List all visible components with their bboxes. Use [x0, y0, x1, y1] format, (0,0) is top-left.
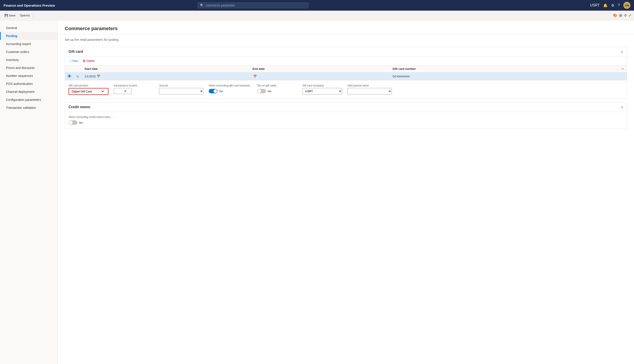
- void-journal-select[interactable]: [348, 88, 392, 94]
- bell-icon[interactable]: 🔔: [603, 3, 608, 8]
- sidebar-item-accounting-export[interactable]: Accounting export: [0, 40, 58, 48]
- allow-concluding-gift-card-label: Allow concluding gift card transacti...: [209, 84, 252, 87]
- void-journal-group: Void journal name: [348, 84, 392, 95]
- gift-card-product-select[interactable]: Digital Gift Card Physical Gift Card: [69, 88, 104, 94]
- page-header: Commerce parameters: [58, 20, 634, 34]
- sidebar-item-general[interactable]: General: [0, 24, 58, 32]
- credit-memo-title: Credit memo: [68, 105, 90, 109]
- collapse-button[interactable]: ∧: [621, 50, 623, 54]
- action-bar: 💾 Save Options 🎨 ⊞ ↺ ⤢: [0, 11, 634, 20]
- row-refresh-icon: ↻: [76, 75, 79, 78]
- sidebar-item-channel-deployment[interactable]: Channel deployment: [0, 88, 58, 96]
- transactions-to-print-input[interactable]: [114, 88, 132, 94]
- col-gift-card-number: Gift card number: [390, 66, 618, 72]
- sidebar-item-posting[interactable]: Posting: [0, 32, 58, 40]
- search-bar[interactable]: 🔍: [198, 2, 308, 8]
- tax-toggle-group: No: [257, 89, 297, 93]
- reload-icon[interactable]: ↺: [624, 13, 627, 18]
- palette-icon[interactable]: 🎨: [613, 13, 617, 18]
- credit-value: No: [79, 121, 83, 124]
- credit-toggle[interactable]: [68, 120, 78, 125]
- gift-card-panel: Gift card ∧ + New 🗑 Delete: [65, 47, 627, 99]
- credit-memo-form-fields: Allow concluding credit memo trans... No: [65, 112, 627, 128]
- end-calendar-icon[interactable]: 📅: [253, 75, 257, 78]
- col-start-date: Start date: [82, 66, 250, 72]
- gift-card-title: Gift card: [68, 50, 83, 54]
- gift-card-number-cell: GC########: [390, 72, 618, 80]
- end-date-cell: 📅: [252, 75, 387, 78]
- sidebar: General Posting Accounting export Custom…: [0, 20, 58, 364]
- col-radio: [65, 66, 74, 72]
- tax-on-gift-cards-group: Tax on gift cards No: [257, 84, 297, 95]
- sidebar-item-prices-and-discounts[interactable]: Prices and discounts: [0, 64, 58, 72]
- credit-memo-panel: Credit memo ∧ Allow concluding credit me…: [65, 102, 627, 128]
- allow-concluding-toggle-group: No: [209, 89, 252, 93]
- gift-card-header: Gift card ∧: [65, 47, 627, 56]
- user-name: USRT: [590, 3, 600, 7]
- sidebar-item-configuration-parameters[interactable]: Configuration parameters: [0, 96, 58, 104]
- sidebar-item-pos-authentication[interactable]: POS authentication: [0, 80, 58, 88]
- trash-icon: 🗑: [83, 59, 86, 62]
- journal-select[interactable]: [159, 88, 203, 94]
- journal-label: Journal: [159, 84, 203, 87]
- content-area: Commerce parameters Set up the retail pa…: [58, 20, 634, 364]
- search-input[interactable]: [206, 4, 306, 7]
- gift-card-form-fields: Gift card product Digital Gift Card Phys…: [65, 80, 627, 98]
- transactions-to-print-group: transactions to print: [114, 84, 154, 95]
- gift-card-product-label: Gift card product: [68, 84, 108, 87]
- col-end-date: End date: [250, 66, 390, 72]
- gift-card-company-label: Gift card company: [302, 84, 342, 87]
- allow-concluding-gift-card-group: Allow concluding gift card transacti... …: [209, 84, 252, 95]
- gift-card-product-highlight: Digital Gift Card Physical Gift Card: [68, 88, 108, 95]
- separator: [33, 13, 34, 18]
- gift-card-company-group: Gift card company USRT: [302, 84, 342, 95]
- gift-card-product-group: Gift card product Digital Gift Card Phys…: [68, 84, 108, 95]
- tax-on-gift-cards-label: Tax on gift cards: [257, 84, 297, 87]
- allow-concluding-credit-group: Allow concluding credit memo trans... No: [68, 116, 113, 125]
- row-radio[interactable]: [68, 74, 71, 78]
- allow-concluding-credit-label: Allow concluding credit memo trans...: [68, 116, 113, 118]
- credit-memo-header: Credit memo ∧: [65, 102, 627, 112]
- sidebar-item-number-sequences[interactable]: Number sequences: [0, 72, 58, 80]
- allow-concluding-value: No: [219, 90, 223, 93]
- new-button[interactable]: + New: [68, 58, 80, 64]
- start-date-cell: 1/1/2015 📅: [84, 75, 247, 78]
- search-icon: 🔍: [200, 4, 204, 7]
- save-icon: 💾: [4, 14, 8, 17]
- gift-card-toolbar: + New 🗑 Delete: [65, 56, 627, 66]
- section-description: Set up the retail parameters for posting: [58, 34, 634, 43]
- main-layout: General Posting Accounting export Custom…: [0, 20, 634, 364]
- sidebar-item-inventory[interactable]: Inventory: [0, 56, 58, 64]
- plus-icon: +: [70, 59, 72, 62]
- sidebar-item-transaction-validation[interactable]: Transaction validation: [0, 104, 58, 112]
- transactions-to-print-label: transactions to print: [114, 84, 154, 87]
- col-more: ⋯: [618, 66, 627, 72]
- journal-group: Journal: [159, 84, 203, 95]
- void-journal-label: Void journal name: [348, 84, 392, 87]
- action-bar-right: 🎨 ⊞ ↺ ⤢: [613, 13, 631, 18]
- avatar[interactable]: AN: [623, 2, 630, 9]
- credit-toggle-group: No: [68, 120, 113, 125]
- external-icon[interactable]: ⤢: [628, 13, 631, 18]
- delete-button[interactable]: 🗑 Delete: [82, 58, 96, 64]
- tax-value: No: [268, 90, 272, 93]
- top-nav-icons: USRT 🔔 ⚙ ? AN: [590, 2, 630, 9]
- col-refresh: [74, 66, 82, 72]
- gear-icon[interactable]: ⚙: [611, 3, 614, 8]
- table-row[interactable]: ↻ 1/1/2015 📅 📅: [65, 72, 627, 80]
- sidebar-item-customer-orders[interactable]: Customer orders: [0, 48, 58, 56]
- tax-toggle[interactable]: [257, 89, 266, 93]
- expand-icon[interactable]: ⊞: [619, 13, 622, 18]
- credit-memo-collapse-button[interactable]: ∧: [621, 105, 623, 109]
- calendar-icon[interactable]: 📅: [97, 75, 100, 78]
- gift-card-company-select[interactable]: USRT: [302, 88, 342, 94]
- save-button[interactable]: 💾 Save: [3, 13, 17, 18]
- app-title: Finance and Operations Preview: [4, 4, 55, 7]
- gift-card-table: Start date End date Gift card number ⋯ ↻…: [65, 66, 627, 80]
- top-navigation: Finance and Operations Preview 🔍 USRT 🔔 …: [0, 0, 634, 11]
- help-icon[interactable]: ?: [618, 3, 620, 7]
- options-button[interactable]: Options: [18, 13, 32, 18]
- allow-concluding-toggle[interactable]: [209, 89, 218, 93]
- page-title: Commerce parameters: [65, 26, 627, 32]
